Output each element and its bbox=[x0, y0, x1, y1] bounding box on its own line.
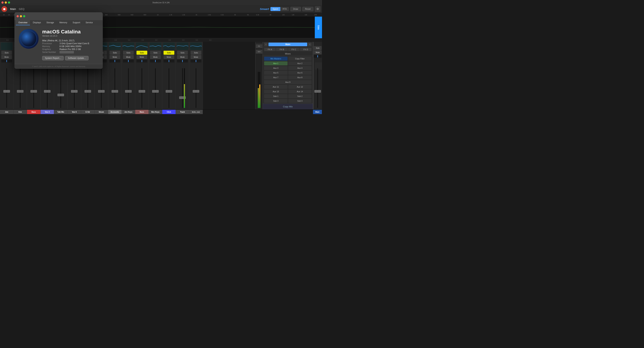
ch-name-vox4: Vox 4 bbox=[40, 110, 54, 114]
val-10: 0.0 bbox=[136, 39, 150, 41]
solo-btn-bevkeys[interactable]: Solo bbox=[150, 51, 161, 55]
fxb-tab[interactable]: FX B bbox=[276, 48, 288, 51]
dialog-close-btn[interactable] bbox=[16, 15, 19, 17]
fader-handle-talkmic[interactable] bbox=[58, 94, 64, 96]
mute-btn-accoustic[interactable]: Mute bbox=[110, 55, 120, 59]
fader-track-bevkeys bbox=[155, 68, 156, 108]
tab-service[interactable]: Service bbox=[83, 20, 95, 25]
pan-bevkeys[interactable] bbox=[150, 60, 161, 62]
window-title: StudioLive 32.4.2AI bbox=[152, 2, 170, 4]
mute-btn-jon[interactable]: Mute bbox=[1, 55, 12, 59]
master-solo-btn[interactable]: Solo bbox=[314, 46, 322, 50]
spec-memory: Memory 8 GB 2400 MHz DDR4 bbox=[42, 45, 98, 48]
mute-btn-bottonare[interactable]: Mute bbox=[190, 55, 202, 59]
pan-accoustic[interactable] bbox=[110, 60, 120, 62]
aux2-btn[interactable]: Aux 2 bbox=[288, 61, 312, 65]
software-update-btn[interactable]: Software Update... bbox=[65, 56, 88, 60]
fader-handle-bass2[interactable] bbox=[139, 90, 145, 93]
fader-handle-jonkeys[interactable] bbox=[125, 90, 132, 93]
pan-track[interactable] bbox=[177, 60, 188, 62]
fader-handle-bottonare[interactable] bbox=[193, 90, 199, 93]
fader-handle-accoustic[interactable] bbox=[112, 90, 118, 93]
aux5-btn[interactable]: Aux 5 bbox=[264, 71, 288, 75]
power-button[interactable] bbox=[2, 6, 7, 12]
tab-storage[interactable]: Storage bbox=[44, 20, 56, 25]
fxd-tab[interactable]: FX D bbox=[300, 48, 312, 51]
solo-btn-jonkeys[interactable]: Solo bbox=[123, 51, 134, 55]
fader-handle-jon[interactable] bbox=[4, 90, 10, 93]
master-pan[interactable] bbox=[314, 55, 322, 58]
solo-btn-click[interactable]: Solo bbox=[164, 51, 174, 55]
spect-tab[interactable]: Spect bbox=[270, 7, 280, 11]
fader-handle-bass[interactable] bbox=[30, 90, 37, 93]
solo-btn-accoustic[interactable]: Solo bbox=[110, 51, 120, 55]
aux1-btn[interactable]: Aux 1 bbox=[264, 61, 288, 65]
fader-handle-egtr[interactable] bbox=[84, 90, 91, 93]
dialog-min-btn[interactable] bbox=[20, 15, 22, 17]
master-mute-btn[interactable]: Mute bbox=[314, 50, 322, 54]
fxa-tab[interactable]: FX A bbox=[264, 48, 276, 51]
solo-btn-bass2[interactable]: Solo bbox=[136, 51, 147, 55]
fx-edge-btn[interactable]: FX bbox=[256, 44, 262, 48]
fader-handle-vox6[interactable] bbox=[71, 90, 78, 93]
solo-btn-track[interactable]: Solo bbox=[177, 51, 188, 55]
maximize-button[interactable] bbox=[8, 2, 10, 4]
minimize-button[interactable] bbox=[5, 2, 7, 4]
sub2-btn[interactable]: Sub 2 bbox=[288, 94, 312, 98]
fader-handle-strum[interactable] bbox=[98, 90, 104, 93]
tab-support[interactable]: Support bbox=[70, 20, 83, 25]
close-button[interactable] bbox=[2, 2, 4, 4]
fader-track-bass bbox=[33, 68, 34, 108]
aux3-btn[interactable]: Aux 3 bbox=[264, 66, 288, 70]
aux11-btn[interactable]: Aux 11 bbox=[264, 85, 288, 89]
settings-button[interactable]: ⚙ bbox=[315, 6, 320, 12]
draw-button[interactable]: Draw bbox=[290, 7, 301, 11]
fxc-tab[interactable]: FX C bbox=[288, 48, 300, 51]
solo-btn-jon[interactable]: Solo bbox=[1, 51, 12, 55]
solo-btn-bottonare[interactable]: Solo bbox=[190, 51, 202, 55]
mute-btn-bass2[interactable]: Mute bbox=[136, 55, 147, 59]
fader-handle-kim[interactable] bbox=[17, 90, 24, 93]
aux7-btn[interactable]: Aux 7 bbox=[264, 75, 288, 79]
tab-displays[interactable]: Displays bbox=[30, 20, 44, 25]
aux8-btn[interactable]: Aux 8 bbox=[288, 75, 312, 79]
freq-640: 640 bbox=[131, 14, 134, 16]
aux13-btn[interactable]: Aux 13 bbox=[264, 90, 288, 93]
pan-jonkeys[interactable] bbox=[123, 60, 134, 62]
reset-button[interactable]: Reset bbox=[302, 7, 313, 11]
tab-memory[interactable]: Memory bbox=[57, 20, 70, 25]
pan-jon[interactable] bbox=[1, 60, 12, 62]
rta-tab[interactable]: RTA bbox=[280, 7, 289, 11]
mute-btn-jonkeys[interactable]: Mute bbox=[123, 55, 134, 59]
mixes-next-btn[interactable]: › bbox=[308, 43, 312, 46]
tab-overview[interactable]: Overview bbox=[16, 20, 30, 25]
dialog-footer-buttons: System Report... Software Update... bbox=[42, 56, 98, 60]
master-fader-handle[interactable] bbox=[314, 90, 321, 93]
pan-bass2[interactable] bbox=[136, 60, 147, 62]
dialog-max-btn[interactable] bbox=[23, 15, 25, 17]
mute-btn-track[interactable]: Mute bbox=[177, 55, 188, 59]
fader-handle-click[interactable] bbox=[166, 90, 172, 93]
fader-handle-bevkeys[interactable] bbox=[152, 90, 159, 93]
pan-click[interactable] bbox=[164, 60, 174, 62]
sub4-btn[interactable]: Sub 4 bbox=[288, 99, 312, 103]
mute-btn-click[interactable]: Mute bbox=[164, 55, 174, 59]
geq-right-button[interactable]: GEQ bbox=[315, 17, 322, 38]
fader-handle-vox4[interactable] bbox=[44, 90, 50, 93]
aux12-btn[interactable]: Aux 12 bbox=[288, 85, 312, 89]
aux14-btn[interactable]: Aux 14 bbox=[288, 90, 312, 93]
scn-edge-btn[interactable]: Scn bbox=[256, 50, 262, 54]
system-report-btn[interactable]: System Report... bbox=[42, 56, 64, 60]
mixes-prev-btn[interactable]: ‹ bbox=[264, 43, 268, 46]
pan-bottonare[interactable] bbox=[190, 60, 202, 62]
copy-mix-button[interactable]: Copy Mix bbox=[263, 104, 313, 109]
aux4-btn[interactable]: Aux 4 bbox=[288, 66, 312, 70]
sub3-btn[interactable]: Sub 3 bbox=[264, 99, 288, 103]
mix-masters-btn[interactable]: Mix Masters bbox=[264, 57, 288, 61]
aux9-btn[interactable]: Aux 9 bbox=[264, 80, 312, 84]
aux6-btn[interactable]: Aux 6 bbox=[288, 71, 312, 75]
traffic-lights bbox=[2, 2, 10, 4]
mute-btn-bevkeys[interactable]: Mute bbox=[150, 55, 161, 59]
sub1-btn[interactable]: Sub 1 bbox=[264, 94, 288, 98]
copy-filter-btn[interactable]: Copy Filter bbox=[288, 57, 312, 61]
